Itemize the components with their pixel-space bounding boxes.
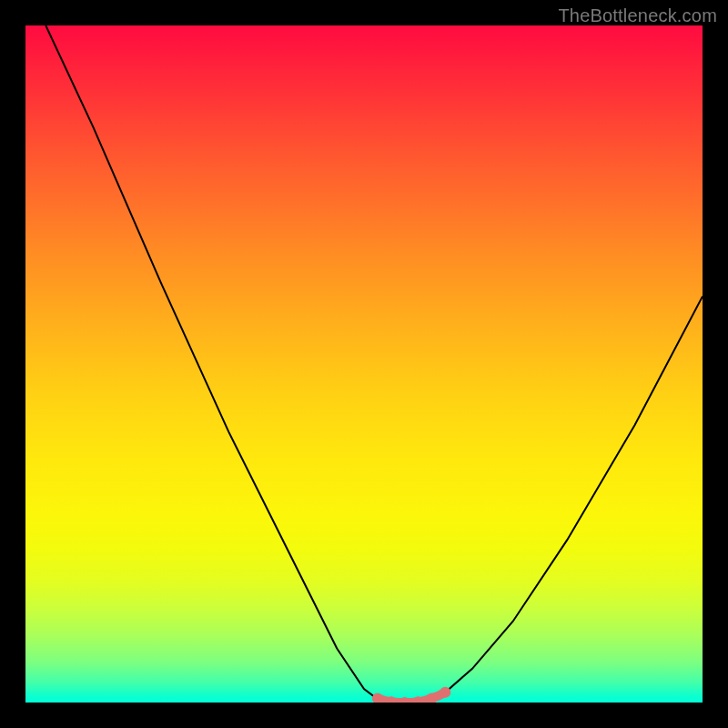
optimal-dot	[440, 687, 450, 698]
optimal-dot	[372, 693, 383, 703]
chart-container: TheBottleneck.com	[0, 0, 728, 728]
plot-area	[25, 25, 703, 703]
optimal-dot	[399, 697, 410, 703]
chart-svg	[25, 25, 703, 703]
bottleneck-curve	[46, 25, 703, 703]
watermark-text: TheBottleneck.com	[558, 5, 717, 26]
